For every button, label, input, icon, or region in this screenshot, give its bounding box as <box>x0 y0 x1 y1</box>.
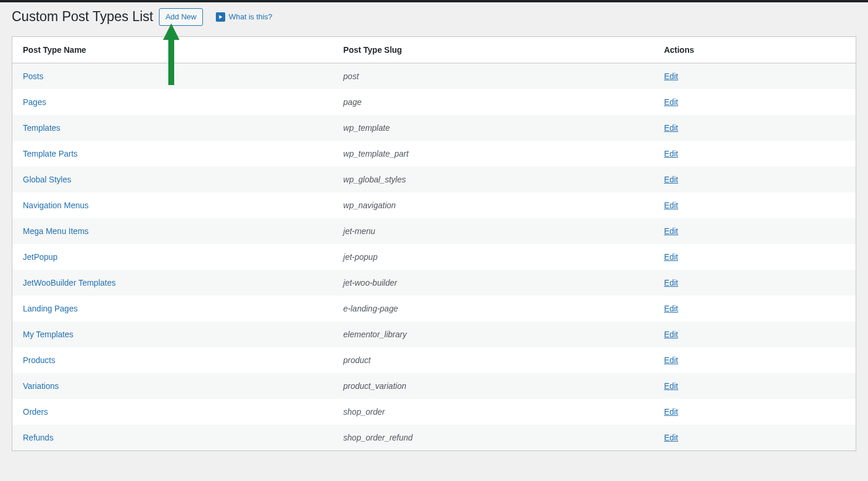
edit-link[interactable]: Edit <box>664 355 678 365</box>
table-row: Template Partswp_template_partEdit <box>12 141 856 167</box>
post-type-name-link[interactable]: Landing Pages <box>23 304 77 313</box>
post-type-slug: shop_order <box>343 407 385 416</box>
edit-link[interactable]: Edit <box>664 123 678 133</box>
post-type-name-link[interactable]: Refunds <box>23 433 53 442</box>
post-type-name-link[interactable]: JetPopup <box>23 252 57 262</box>
svg-marker-0 <box>219 15 223 19</box>
column-header-name: Post Type Name <box>12 36 333 63</box>
post-type-name-link[interactable]: Mega Menu Items <box>23 226 89 236</box>
play-icon <box>216 12 225 22</box>
post-type-slug: post <box>343 72 358 81</box>
table-row: PostspostEdit <box>12 63 856 89</box>
table-header-row: Post Type Name Post Type Slug Actions <box>12 36 856 63</box>
edit-link[interactable]: Edit <box>664 149 678 158</box>
table-row: Mega Menu Itemsjet-menuEdit <box>12 218 856 244</box>
table-row: JetPopupjet-popupEdit <box>12 244 856 270</box>
table-row: JetWooBuilder Templatesjet-woo-builderEd… <box>12 270 856 296</box>
post-type-slug: product <box>343 355 371 365</box>
post-type-name-link[interactable]: Products <box>23 355 55 365</box>
table-row: My Templateselementor_libraryEdit <box>12 321 856 347</box>
edit-link[interactable]: Edit <box>664 330 678 339</box>
table-row: Landing Pagese-landing-pageEdit <box>12 296 856 321</box>
post-type-slug: jet-popup <box>343 252 377 262</box>
column-header-actions: Actions <box>653 36 856 63</box>
edit-link[interactable]: Edit <box>664 407 678 416</box>
add-new-button[interactable]: Add New <box>159 8 203 26</box>
post-type-name-link[interactable]: Template Parts <box>23 149 77 158</box>
post-type-slug: jet-menu <box>343 226 375 236</box>
post-type-name-link[interactable]: Templates <box>23 123 60 133</box>
page-title: Custom Post Types List <box>12 8 153 26</box>
post-type-slug: wp_template_part <box>343 149 408 158</box>
post-type-slug: wp_global_styles <box>343 175 406 184</box>
post-type-name-link[interactable]: My Templates <box>23 330 73 339</box>
post-type-name-link[interactable]: Posts <box>23 72 43 81</box>
column-header-slug: Post Type Slug <box>333 36 653 63</box>
table-row: Ordersshop_orderEdit <box>12 399 856 425</box>
post-types-table: Post Type Name Post Type Slug Actions Po… <box>12 36 856 451</box>
post-type-slug: wp_template <box>343 123 389 133</box>
post-type-slug: product_variation <box>343 381 406 391</box>
post-type-slug: e-landing-page <box>343 304 398 313</box>
page-header: Custom Post Types List Add New What is t… <box>12 8 856 26</box>
table-row: Navigation Menuswp_navigationEdit <box>12 192 856 218</box>
post-type-slug: page <box>343 97 361 107</box>
page-content: Custom Post Types List Add New What is t… <box>0 2 868 451</box>
post-type-slug: jet-woo-builder <box>343 278 397 287</box>
table-row: Templateswp_templateEdit <box>12 115 856 141</box>
edit-link[interactable]: Edit <box>664 72 678 81</box>
edit-link[interactable]: Edit <box>664 97 678 107</box>
post-type-name-link[interactable]: Global Styles <box>23 175 71 184</box>
post-type-name-link[interactable]: Variations <box>23 381 59 391</box>
edit-link[interactable]: Edit <box>664 201 678 210</box>
what-is-this-label: What is this? <box>229 12 272 21</box>
table-row: PagespageEdit <box>12 89 856 115</box>
edit-link[interactable]: Edit <box>664 433 678 442</box>
table-row: Variationsproduct_variationEdit <box>12 373 856 399</box>
post-type-name-link[interactable]: Pages <box>23 97 46 107</box>
post-type-slug: elementor_library <box>343 330 406 339</box>
post-type-slug: wp_navigation <box>343 201 396 210</box>
post-type-name-link[interactable]: JetWooBuilder Templates <box>23 278 116 287</box>
edit-link[interactable]: Edit <box>664 252 678 262</box>
post-type-name-link[interactable]: Navigation Menus <box>23 201 89 210</box>
post-type-slug: shop_order_refund <box>343 433 412 442</box>
table-row: Global Styleswp_global_stylesEdit <box>12 167 856 192</box>
edit-link[interactable]: Edit <box>664 278 678 287</box>
table-row: ProductsproductEdit <box>12 347 856 373</box>
edit-link[interactable]: Edit <box>664 226 678 236</box>
post-type-name-link[interactable]: Orders <box>23 407 48 416</box>
edit-link[interactable]: Edit <box>664 175 678 184</box>
table-row: Refundsshop_order_refundEdit <box>12 425 856 451</box>
edit-link[interactable]: Edit <box>664 381 678 391</box>
what-is-this-link[interactable]: What is this? <box>216 12 272 22</box>
edit-link[interactable]: Edit <box>664 304 678 313</box>
